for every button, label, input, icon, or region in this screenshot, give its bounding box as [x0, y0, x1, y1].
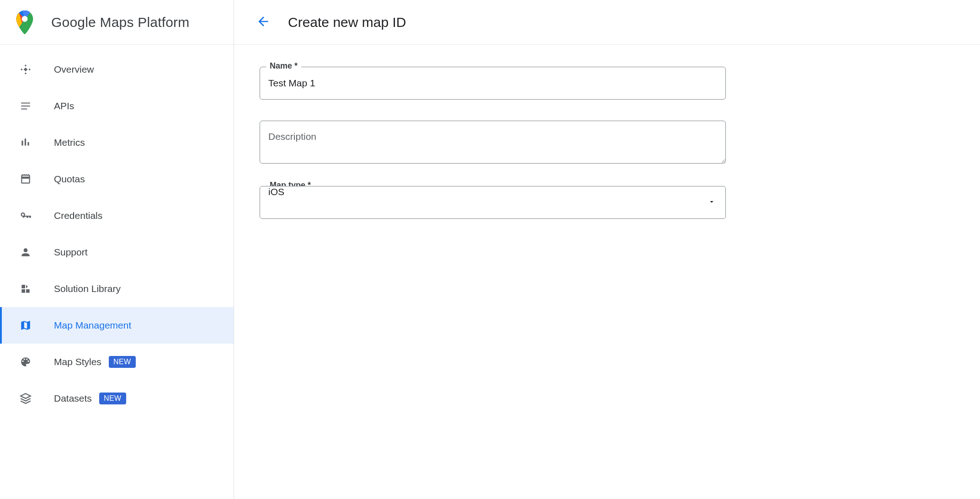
sidebar-item-apis[interactable]: APIs	[0, 88, 234, 124]
sidebar-item-label: Map Management	[54, 320, 131, 331]
sidebar: Google Maps Platform Overview APIs Metri…	[0, 0, 234, 499]
description-input[interactable]	[260, 121, 726, 164]
map-management-icon	[18, 318, 33, 333]
sidebar-item-label: APIs	[54, 101, 74, 111]
description-field-group	[260, 121, 954, 165]
sidebar-item-datasets[interactable]: Datasets NEW	[0, 380, 234, 417]
name-field-group: Name *	[260, 67, 954, 100]
maptype-select[interactable]: iOS	[260, 186, 726, 219]
maptype-field-group: Map type * iOS	[260, 186, 954, 219]
sidebar-item-metrics[interactable]: Metrics	[0, 124, 234, 161]
svg-point-0	[22, 16, 28, 21]
map-styles-icon	[18, 355, 33, 369]
sidebar-item-credentials[interactable]: Credentials	[0, 197, 234, 234]
new-badge: NEW	[109, 356, 136, 368]
sidebar-item-label: Datasets	[54, 393, 92, 404]
arrow-back-icon	[256, 14, 271, 30]
sidebar-item-label: Overview	[54, 64, 94, 75]
sidebar-item-label: Credentials	[54, 210, 102, 221]
sidebar-item-label: Metrics	[54, 137, 85, 148]
sidebar-header: Google Maps Platform	[0, 0, 234, 45]
sidebar-item-quotas[interactable]: Quotas	[0, 161, 234, 197]
sidebar-item-label: Support	[54, 247, 88, 258]
sidebar-item-solution-library[interactable]: Solution Library	[0, 271, 234, 307]
sidebar-item-map-management[interactable]: Map Management	[0, 307, 234, 344]
product-title: Google Maps Platform	[51, 15, 189, 30]
overview-icon	[18, 62, 33, 77]
main-header: Create new map ID	[234, 0, 980, 45]
maps-platform-logo-icon	[16, 10, 34, 35]
sidebar-nav: Overview APIs Metrics Quotas	[0, 45, 234, 417]
name-input[interactable]	[260, 67, 726, 100]
back-button[interactable]	[252, 11, 274, 33]
sidebar-item-support[interactable]: Support	[0, 234, 234, 271]
page-title: Create new map ID	[288, 15, 406, 30]
sidebar-item-label: Quotas	[54, 174, 85, 185]
new-badge: NEW	[99, 393, 126, 404]
apis-icon	[18, 99, 33, 113]
support-icon	[18, 245, 33, 260]
solution-library-icon	[18, 281, 33, 296]
metrics-icon	[18, 135, 33, 150]
sidebar-item-label: Solution Library	[54, 283, 121, 294]
sidebar-item-overview[interactable]: Overview	[0, 51, 234, 88]
name-label: Name *	[266, 61, 301, 71]
sidebar-item-map-styles[interactable]: Map Styles NEW	[0, 344, 234, 380]
form-area: Name * Map type * iOS	[234, 45, 980, 262]
datasets-icon	[18, 391, 33, 406]
sidebar-item-label: Map Styles	[54, 356, 101, 367]
main-content: Create new map ID Name * Map type * iOS	[234, 0, 980, 499]
quotas-icon	[18, 172, 33, 186]
credentials-icon	[18, 208, 33, 223]
